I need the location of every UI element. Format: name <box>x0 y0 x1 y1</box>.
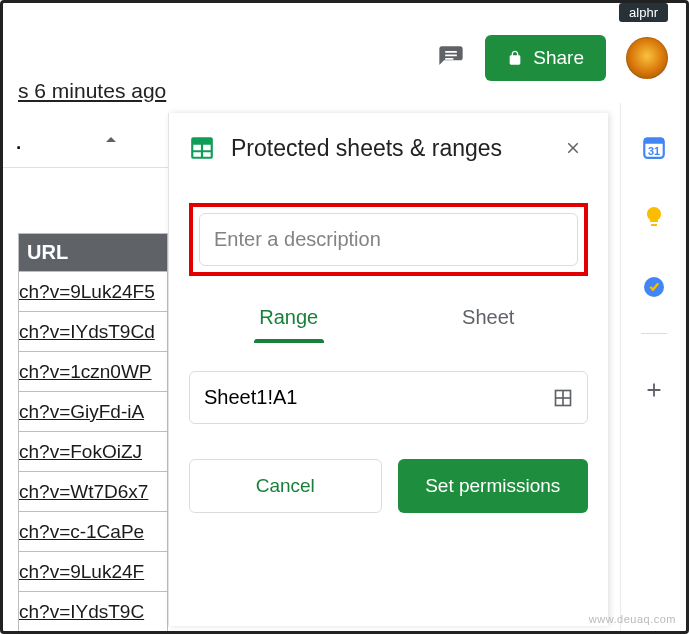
close-icon[interactable] <box>558 133 588 163</box>
column-header-url[interactable]: URL <box>18 233 168 272</box>
last-edit-timestamp[interactable]: s 6 minutes ago <box>18 79 166 103</box>
avatar[interactable] <box>626 37 668 79</box>
svg-text:31: 31 <box>647 145 659 157</box>
calendar-icon[interactable]: 31 <box>640 133 668 161</box>
table-row[interactable]: ch?v=Wt7D6x7 <box>18 472 168 512</box>
tasks-icon[interactable] <box>640 273 668 301</box>
range-value: Sheet1!A1 <box>204 386 297 409</box>
sheet-column: URL ch?v=9Luk24F5 ch?v=IYdsT9Cd ch?v=1cz… <box>18 233 168 632</box>
range-input[interactable]: Sheet1!A1 <box>189 371 588 424</box>
protected-ranges-panel: Protected sheets & ranges Range Sheet Sh… <box>168 113 608 626</box>
sheets-icon <box>189 135 215 161</box>
site-tag: alphr <box>619 3 668 22</box>
set-permissions-button[interactable]: Set permissions <box>398 459 589 513</box>
description-input[interactable] <box>199 213 578 266</box>
chevron-up-icon[interactable] <box>92 121 130 159</box>
select-range-icon[interactable] <box>553 388 573 408</box>
table-row[interactable]: ch?v=GiyFd-iA <box>18 392 168 432</box>
svg-rect-8 <box>644 138 664 143</box>
table-row[interactable]: ch?v=IYdsT9C <box>18 592 168 632</box>
rail-divider <box>641 333 667 334</box>
add-icon[interactable] <box>640 376 668 404</box>
toolbar-fragment: . <box>3 113 168 168</box>
keep-icon[interactable] <box>640 203 668 231</box>
share-button[interactable]: Share <box>485 35 606 81</box>
table-row[interactable]: ch?v=1czn0WP <box>18 352 168 392</box>
table-row[interactable]: ch?v=9Luk24F5 <box>18 272 168 312</box>
tab-sheet[interactable]: Sheet <box>389 298 589 343</box>
panel-title: Protected sheets & ranges <box>231 135 542 162</box>
table-row[interactable]: ch?v=FokOiZJ <box>18 432 168 472</box>
share-label: Share <box>533 47 584 69</box>
lock-icon <box>507 49 523 67</box>
toolbar-menu-dot[interactable]: . <box>15 125 22 156</box>
table-row[interactable]: ch?v=IYdsT9Cd <box>18 312 168 352</box>
watermark: www.deuaq.com <box>589 613 676 625</box>
description-highlight <box>189 203 588 276</box>
tab-range[interactable]: Range <box>189 298 389 343</box>
tabs: Range Sheet <box>189 298 588 343</box>
side-rail: 31 <box>620 103 686 631</box>
cancel-button[interactable]: Cancel <box>189 459 382 513</box>
comments-icon[interactable] <box>437 44 465 72</box>
table-row[interactable]: ch?v=c-1CaPe <box>18 512 168 552</box>
table-row[interactable]: ch?v=9Luk24F <box>18 552 168 592</box>
